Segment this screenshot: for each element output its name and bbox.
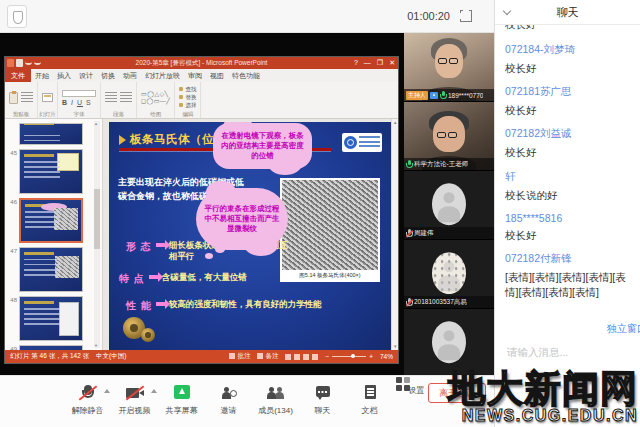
chat-message-text: 校长好	[505, 145, 630, 160]
invite-icon	[219, 385, 239, 401]
default-avatar	[432, 321, 466, 363]
shapes-gallery-icon[interactable]: ▭◯△◇╲ ◻◯▭—╱	[141, 91, 170, 105]
restore-icon[interactable]: ❐	[377, 57, 383, 69]
tab-slideshow[interactable]: 幻灯片放映	[141, 69, 184, 82]
select-item[interactable]: 选择	[179, 102, 196, 109]
chat-panel-title: 聊天	[495, 0, 640, 25]
view-switcher-icons[interactable]	[285, 354, 318, 360]
find-item[interactable]: 查找	[179, 86, 196, 93]
ribbon-group-clipboard[interactable]: 剪贴板	[5, 82, 38, 118]
comments-button[interactable]: 批注	[229, 352, 250, 361]
tab-file[interactable]: 文件	[5, 69, 31, 82]
zoom-control[interactable]: − +	[325, 353, 373, 360]
align-icon[interactable]	[120, 92, 132, 104]
mic-options-arrow-icon[interactable]	[104, 389, 110, 393]
slide-thumbnail-47[interactable]: 47	[7, 247, 92, 292]
participant-tile[interactable]: 20181003537高易	[404, 240, 494, 308]
zoom-percent[interactable]: 74%	[380, 353, 393, 360]
tab-special-features[interactable]: 特色功能	[228, 69, 264, 82]
participant-name: 189****0770	[448, 92, 483, 99]
ribbon-group-paragraph[interactable]: 段落	[101, 82, 137, 118]
new-slide-icon[interactable]	[42, 93, 53, 102]
slide-callout-bubble-2: 平行的束条在形成过程中不易相互撞击而产生显微裂纹	[196, 188, 288, 250]
save-icon[interactable]	[16, 59, 23, 67]
tab-home[interactable]: 开始	[31, 69, 53, 82]
leave-meeting-button[interactable]: 离开会议	[428, 383, 486, 403]
arrow-icon	[149, 275, 158, 279]
ppt-quick-access-toolbar[interactable]	[7, 59, 41, 67]
clipboard-actions-icon[interactable]	[21, 92, 33, 104]
docs-button[interactable]: 文档	[346, 376, 393, 427]
default-avatar	[432, 183, 466, 225]
fullscreen-toggle-icon[interactable]	[460, 10, 472, 22]
screen-sharing-icon	[430, 92, 438, 99]
unmute-button[interactable]: 解除静音	[64, 376, 111, 427]
invite-button[interactable]: 邀请	[205, 376, 252, 427]
mic-muted-icon	[406, 229, 412, 238]
chat-message-clipped: 校长好	[505, 25, 630, 34]
slide-editor-area: 板条马氏体（位错马氏体） 在透射电镜下观察，板条内的亚结构主要是高密度的位错	[103, 119, 398, 350]
zoom-in-icon[interactable]: +	[369, 353, 373, 360]
zoom-slider[interactable]	[332, 356, 366, 357]
ppt-window-buttons[interactable]: ? — ❐ ✕	[354, 57, 395, 69]
chat-message-text: 校长好	[505, 228, 630, 243]
ribbon-group-editing[interactable]: 查找 替换 选择 编辑	[175, 82, 201, 118]
participant-tile-teacher[interactable]: 科学方法论-王老师	[404, 102, 494, 170]
chat-sender-name: 072181苏广思	[505, 85, 630, 99]
notes-button[interactable]: 备注	[257, 352, 278, 361]
slide-thumbnail-48[interactable]: 48	[7, 296, 92, 341]
redo-icon[interactable]	[34, 59, 41, 65]
participant-name: 科学方法论-王老师	[414, 160, 468, 169]
ribbon-group-slides[interactable]: 幻灯片	[38, 82, 58, 118]
slide-thumbnail-46-selected[interactable]: 46	[7, 198, 92, 243]
chat-message-input[interactable]	[505, 345, 630, 359]
help-icon[interactable]: ?	[354, 57, 358, 69]
participant-tile[interactable]	[404, 309, 494, 375]
tab-review[interactable]: 审阅	[184, 69, 206, 82]
thumbnail-scrollbar[interactable]	[94, 121, 100, 348]
members-button[interactable]: 成员(134)	[252, 376, 299, 427]
slide-thumbnail-49[interactable]: 49	[7, 345, 92, 350]
martensite-micrograph-image: 图5.14 板条马氏体(400×)	[280, 178, 380, 282]
tab-animations[interactable]: 动画	[119, 69, 141, 82]
zoom-out-icon[interactable]: −	[325, 353, 329, 360]
ppt-ribbon: 剪贴板 幻灯片 B I U S 字体	[5, 82, 398, 119]
popout-chat-link[interactable]: 独立窗口	[607, 322, 640, 336]
language-indicator[interactable]: 中文(中国)	[96, 352, 126, 361]
editor-scrollbar[interactable]	[391, 119, 398, 350]
font-format-icons[interactable]: B I U S	[62, 99, 96, 106]
meeting-security-shield-icon[interactable]	[7, 5, 27, 28]
mic-muted-icon	[78, 385, 98, 401]
start-video-button[interactable]: 开启视频	[111, 376, 158, 427]
tab-insert[interactable]: 插入	[53, 69, 75, 82]
camera-options-arrow-icon[interactable]	[151, 389, 157, 393]
gear-decoration	[141, 328, 155, 342]
slide-thumbnail-45[interactable]: 45	[7, 149, 92, 194]
replace-item[interactable]: 替换	[179, 94, 196, 101]
meeting-duration-timer: 01:00:20	[407, 10, 450, 22]
chat-message-list[interactable]: 校长好 072184-刘梦琦 校长好 072181苏广思 校长好 072182刘…	[495, 25, 640, 311]
chat-footer: 独立窗口	[495, 311, 640, 427]
ribbon-group-font[interactable]: B I U S 字体	[58, 82, 101, 118]
undo-icon[interactable]	[25, 59, 32, 65]
paste-icon[interactable]	[9, 92, 18, 104]
font-name-box[interactable]	[62, 90, 96, 97]
minimize-icon[interactable]: —	[364, 57, 371, 69]
slide-thumbnail-partial[interactable]	[7, 123, 92, 145]
participant-tile[interactable]: 周建伟	[404, 171, 494, 239]
notes-icon	[257, 353, 263, 359]
bullet-list-icon[interactable]	[105, 92, 117, 104]
ribbon-group-drawing[interactable]: ▭◯△◇╲ ◻◯▭—╱ 绘图	[137, 82, 175, 118]
ppt-status-bar: 幻灯片 第 46 张，共 142 张 中文(中国) 批注 备注 − + 74%	[5, 350, 398, 363]
tab-view[interactable]: 视图	[206, 69, 228, 82]
share-screen-button[interactable]: 共享屏幕	[158, 376, 205, 427]
close-icon[interactable]: ✕	[389, 57, 395, 69]
settings-icon	[396, 377, 410, 391]
university-emblem-icon	[344, 136, 357, 149]
mic-on-icon	[440, 91, 446, 100]
ppt-titlebar: 2020-第5章 [兼容模式] - Microsoft PowerPoint ?…	[5, 57, 398, 69]
chat-button[interactable]: 聊天	[299, 376, 346, 427]
tab-design[interactable]: 设计	[75, 69, 97, 82]
participant-tile-host[interactable]: 主持人 189****0770	[404, 33, 494, 101]
tab-transitions[interactable]: 切换	[97, 69, 119, 82]
